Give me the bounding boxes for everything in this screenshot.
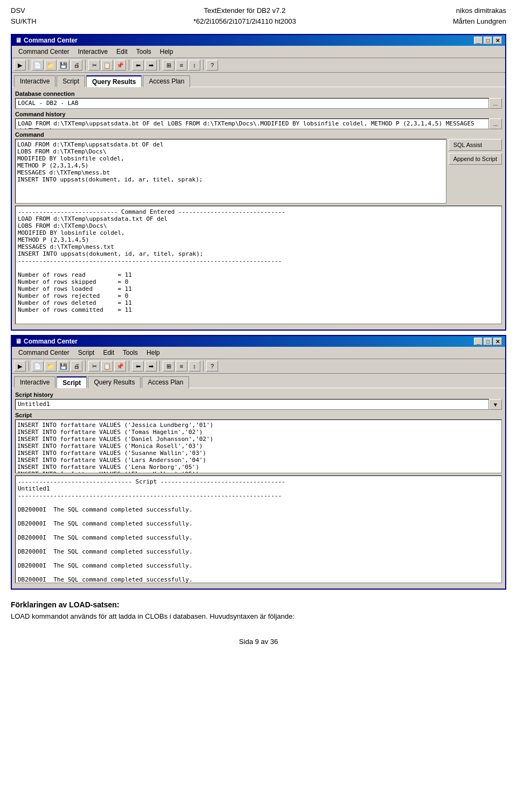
tb1-sep5 [203,60,204,71]
tab2-queryresults[interactable]: Query Results [88,376,141,388]
window2-content: Script history Untitled1 ▼ Script INSERT… [12,388,505,589]
window1: 🖥 Command Center _ □ ✕ Command Center In… [11,34,506,331]
header-author1: nikos dimitrakas [453,5,506,16]
history-row: Command history LOAD FROM d:\TXTemp\upps… [15,111,502,129]
tb1-btn4[interactable]: 🖨 [71,60,82,71]
sql-assist-btn[interactable]: SQL Assist [449,139,502,151]
window1-title: Command Center [24,37,78,44]
footer-text: LOAD kommandot används för att ladda in … [11,612,506,620]
tab1-queryresults[interactable]: Query Results [86,75,142,87]
db-textbox[interactable]: LOCAL - DB2 - LAB [15,98,489,109]
window2-titlebar: 🖥 Command Center _ □ ✕ [12,336,505,347]
tab2-script[interactable]: Script [57,376,87,388]
tb1-btn2[interactable]: 📁 [45,60,57,71]
tb2-sep5 [203,361,204,372]
window2-close-btn[interactable]: ✕ [493,338,502,345]
window1-close-btn[interactable]: ✕ [493,37,502,44]
header-dsv: DSV [11,5,37,16]
tab2-accessplan[interactable]: Access Plan [142,376,189,388]
window1-minimize-btn[interactable]: _ [474,37,483,44]
history-input-row: LOAD FROM d:\TXTemp\uppsatsdata.bt OF de… [15,118,502,129]
tb1-sep2 [85,60,86,71]
tb1-btn6[interactable]: 📋 [101,60,113,71]
window2: 🖥 Command Center _ □ ✕ Command Center Sc… [11,335,506,590]
tb2-btn13[interactable]: ? [206,361,218,372]
db-browse-btn[interactable]: ... [489,98,502,109]
header-right: nikos dimitrakas Mårten Lundgren [453,5,506,26]
tb2-btn2[interactable]: 📁 [45,361,57,372]
script-history-row: Script history Untitled1 ▼ [15,391,502,410]
tb2-btn10[interactable]: ⊞ [163,361,174,372]
tb2-btn11[interactable]: ≡ [176,361,187,372]
tb2-sep4 [159,361,160,372]
window1-controls[interactable]: _ □ ✕ [474,37,502,44]
tb2-run[interactable]: ▶ [14,361,26,372]
script-history-textbox[interactable]: Untitled1 [15,399,489,410]
menu1-interactive[interactable]: Interactive [74,47,112,57]
tb1-run[interactable]: ▶ [14,60,26,71]
window2-maximize-btn[interactable]: □ [484,338,492,345]
command-label: Command [15,131,502,138]
menu1-help[interactable]: Help [156,47,178,57]
history-browse-btn[interactable]: ... [489,118,502,129]
tab1-accessplan[interactable]: Access Plan [143,75,190,87]
tb2-btn3[interactable]: 💾 [58,361,69,372]
tab2-interactive[interactable]: Interactive [14,376,55,388]
window2-title-left: 🖥 Command Center [15,338,78,345]
tb1-btn3[interactable]: 💾 [58,60,69,71]
script-output-area: -------------------------------- Script … [15,475,502,583]
menu2-commandcenter[interactable]: Command Center [14,348,74,358]
menu2-script[interactable]: Script [74,348,99,358]
menu1-commandcenter[interactable]: Command Center [14,47,74,57]
header-sukth: SU/KTH [11,16,37,27]
tb1-btn8[interactable]: ⬅ [132,60,144,71]
output-area1: ---------------------------- Command Ent… [15,206,502,324]
header-left: DSV SU/KTH [11,5,37,26]
menu1-edit[interactable]: Edit [112,47,132,57]
command-area: LOAD FROM d:\TXTemp\uppsatsdata.bt OF de… [15,139,502,204]
window1-maximize-btn[interactable]: □ [484,37,492,44]
footer-section: Förklaringen av LOAD-satsen: LOAD komman… [0,594,517,627]
tb1-btn11[interactable]: ≡ [176,60,187,71]
tb1-btn7[interactable]: 📌 [114,60,126,71]
tab1-script[interactable]: Script [57,75,85,87]
command-textarea[interactable]: LOAD FROM d:\TXTemp\uppsatsdata.bt OF de… [15,139,446,204]
menu2-tools[interactable]: Tools [118,348,142,358]
window1-menubar: Command Center Interactive Edit Tools He… [12,46,505,58]
window1-icon: 🖥 [15,37,22,44]
window2-tabs: Interactive Script Query Results Access … [12,374,505,388]
script-textarea[interactable]: INSERT INTO forfattare VALUES ('Jessica … [15,419,502,473]
tb2-btn12[interactable]: ↕ [188,361,200,372]
menu1-tools[interactable]: Tools [132,47,156,57]
script-history-browse-btn[interactable]: ▼ [489,399,502,410]
script-history-input-row: Untitled1 ▼ [15,399,502,410]
tb2-btn9[interactable]: ➡ [145,361,157,372]
tb1-btn9[interactable]: ➡ [145,60,157,71]
page-header: DSV SU/KTH TextExtender för DB2 v7.2 *62… [0,0,517,30]
menu2-help[interactable]: Help [142,348,164,358]
history-textbox[interactable]: LOAD FROM d:\TXTemp\uppsatsdata.bt OF de… [15,118,489,129]
window2-minimize-btn[interactable]: _ [474,338,483,345]
window2-controls[interactable]: _ □ ✕ [474,338,502,345]
tb2-sep1 [29,361,29,372]
tb2-btn1[interactable]: 📄 [32,361,44,372]
window2-title: Command Center [24,338,78,345]
window1-titlebar: 🖥 Command Center _ □ ✕ [12,35,505,46]
tb2-btn4[interactable]: 🖨 [71,361,82,372]
tb2-btn6[interactable]: 📋 [101,361,113,372]
window1-tabs: Interactive Script Query Results Access … [12,73,505,87]
tb2-btn8[interactable]: ⬅ [132,361,144,372]
tb1-btn13[interactable]: ? [206,60,218,71]
tab1-interactive[interactable]: Interactive [14,75,55,87]
window1-content: Database connection LOCAL - DB2 - LAB ..… [12,87,505,330]
tb2-btn5[interactable]: ✂ [88,361,100,372]
menu2-edit[interactable]: Edit [99,348,118,358]
tb2-btn7[interactable]: 📌 [114,361,126,372]
tb1-sep4 [159,60,160,71]
tb1-btn1[interactable]: 📄 [32,60,44,71]
tb1-btn12[interactable]: ↕ [188,60,200,71]
tb1-btn5[interactable]: ✂ [88,60,100,71]
tb1-btn10[interactable]: ⊞ [163,60,174,71]
append-script-btn[interactable]: Append to Script [449,153,502,165]
db-label: Database connection [15,90,502,97]
